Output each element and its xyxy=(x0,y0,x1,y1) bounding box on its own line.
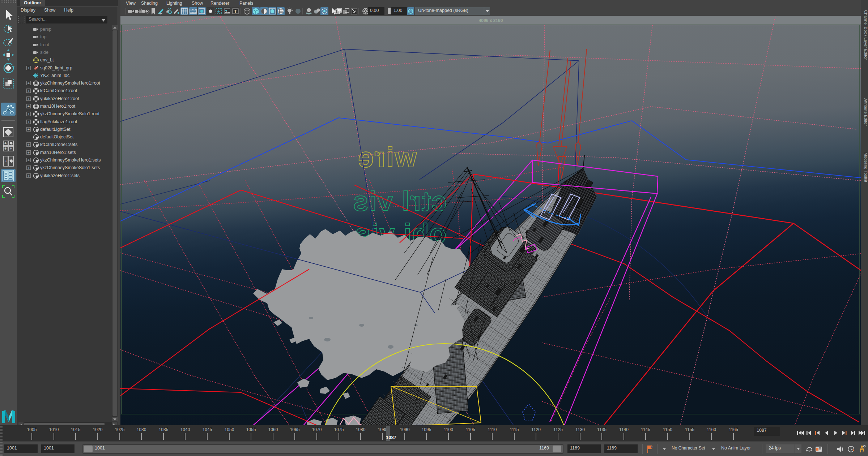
svg-text:T: T xyxy=(234,9,237,14)
svg-text:wire: wire xyxy=(357,141,417,173)
svg-text:+: + xyxy=(10,146,12,151)
svg-text:+: + xyxy=(5,159,7,164)
svg-text:ON: ON xyxy=(409,10,413,13)
svg-text:4096 x 2160: 4096 x 2160 xyxy=(479,18,503,23)
svg-text:+: + xyxy=(4,146,7,151)
svg-text:+: + xyxy=(651,445,653,449)
svg-text:+: + xyxy=(4,141,7,145)
